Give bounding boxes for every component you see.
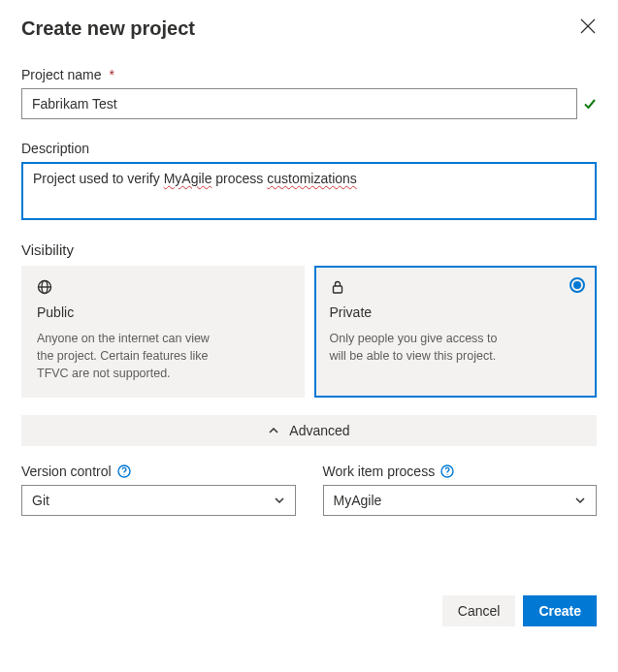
visibility-option-private[interactable]: Private Only people you give access to w… xyxy=(314,266,598,398)
version-control-label: Version control xyxy=(21,464,296,479)
globe-icon xyxy=(37,279,52,295)
valid-check-icon xyxy=(583,97,597,111)
svg-point-9 xyxy=(447,474,448,475)
svg-point-7 xyxy=(123,474,124,475)
dialog-title: Create new project xyxy=(21,17,195,40)
visibility-private-desc: Only people you give access to will be a… xyxy=(330,330,504,365)
work-item-process-select[interactable]: MyAgile xyxy=(323,485,598,516)
advanced-toggle[interactable]: Advanced xyxy=(21,415,597,446)
chevron-up-icon xyxy=(268,425,279,436)
description-input[interactable]: Project used to verify MyAgile process c… xyxy=(21,162,597,220)
cancel-button[interactable]: Cancel xyxy=(442,595,516,626)
visibility-private-title: Private xyxy=(330,304,582,320)
help-icon[interactable] xyxy=(117,464,131,478)
version-control-select[interactable]: Git xyxy=(21,485,296,516)
visibility-public-desc: Anyone on the internet can view the proj… xyxy=(37,330,211,382)
create-button[interactable]: Create xyxy=(523,595,597,626)
project-name-input[interactable] xyxy=(21,88,577,119)
description-label: Description xyxy=(21,141,597,156)
visibility-label: Visibility xyxy=(21,241,597,258)
project-name-label: Project name* xyxy=(21,67,597,82)
svg-rect-5 xyxy=(333,286,342,293)
visibility-public-title: Public xyxy=(37,304,289,320)
help-icon[interactable] xyxy=(440,464,454,478)
close-icon[interactable] xyxy=(579,17,597,35)
chevron-down-icon xyxy=(574,495,586,506)
chevron-down-icon xyxy=(274,495,285,506)
radio-selected-icon xyxy=(569,277,585,293)
lock-icon xyxy=(330,279,345,295)
work-item-process-label: Work item process xyxy=(323,464,598,479)
visibility-option-public[interactable]: Public Anyone on the internet can view t… xyxy=(21,266,305,398)
